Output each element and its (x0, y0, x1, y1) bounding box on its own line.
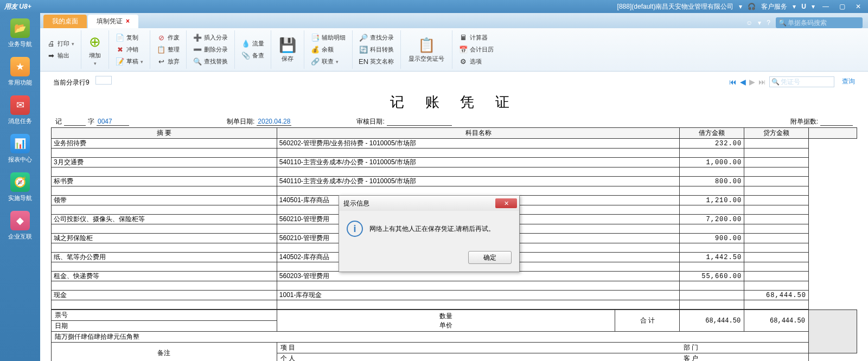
dialog-ok-button[interactable]: 确定 (468, 251, 512, 264)
cell-debit[interactable] (680, 291, 744, 300)
customer-service[interactable]: 客户服务 (761, 2, 787, 11)
u-label[interactable]: U (801, 3, 806, 10)
backup-button[interactable]: 📎备查 (239, 50, 266, 61)
cell-debit[interactable]: 7,200.00 (680, 215, 744, 224)
cell-subject[interactable]: 1001-库存现金 (277, 291, 680, 300)
cell-credit[interactable] (744, 253, 809, 262)
show-empty-button[interactable]: 📋显示空凭证号 (405, 35, 448, 65)
sidebar-item-report[interactable]: 📊报表中心 (8, 134, 32, 164)
calculator-button[interactable]: 🖩计算器 (457, 33, 496, 43)
cell-credit[interactable] (744, 215, 809, 224)
flow-button[interactable]: 💧流量 (239, 38, 266, 49)
offset-button[interactable]: ✖冲销 (113, 44, 145, 55)
cell-debit[interactable]: 1,000.00 (680, 158, 744, 167)
cell-summary[interactable]: 3月交通费 (52, 158, 277, 167)
insert-entry-button[interactable]: ➕插入分录 (191, 33, 230, 43)
arrange-button[interactable]: 📋整理 (155, 44, 182, 55)
replace-button[interactable]: 🔍查找替换 (191, 56, 230, 67)
save-button[interactable]: 💾保存 (276, 35, 299, 65)
option-button[interactable]: ⚙选项 (457, 56, 496, 67)
cell-summary[interactable]: 城之邦保险柜 (52, 234, 277, 243)
col-summary[interactable]: 摘 要 (52, 128, 277, 139)
col-debit[interactable]: 借方金额 (680, 128, 744, 139)
cell-subject[interactable]: 540110-主营业务成本/办公费 - 1010005/市场部 (277, 158, 680, 167)
cell-debit[interactable]: 232.00 (680, 139, 744, 149)
aux-detail-button[interactable]: 📑辅助明细 (309, 33, 348, 43)
service-dropdown-icon[interactable]: ▾ (793, 3, 796, 10)
copy-button[interactable]: 📄复制 (113, 33, 145, 43)
english-name-button[interactable]: EN英文名称 (357, 56, 396, 67)
cell-summary[interactable]: 现金 (52, 291, 277, 300)
headset-icon[interactable]: 🎧 (748, 3, 756, 10)
minimize-button[interactable]: — (820, 3, 831, 10)
sidebar-item-message[interactable]: ✉消息任务 (8, 95, 32, 125)
cell-summary[interactable]: 业务招待费 (52, 139, 277, 149)
doc-date[interactable]: 2020.04.28 (257, 118, 291, 126)
tab-voucher[interactable]: 填制凭证× (88, 15, 138, 28)
cell-credit[interactable] (744, 234, 809, 243)
cell-credit[interactable] (744, 272, 809, 281)
table-row[interactable]: 业务招待费560202-管理费用/业务招待费 - 1010005/市场部232.… (52, 139, 857, 149)
barcode-search-input[interactable] (776, 17, 863, 28)
cell-credit[interactable]: 68,444.50 (744, 291, 809, 300)
check-button[interactable]: 🔗联查 (309, 56, 348, 67)
tab-close-icon[interactable]: × (126, 17, 130, 25)
cell-credit[interactable] (744, 139, 809, 149)
sidebar-item-implement[interactable]: 🧭实施导航 (8, 172, 32, 202)
cell-debit[interactable]: 800.00 (680, 177, 744, 186)
sidebar-item-enterprise[interactable]: ◆企业互联 (8, 211, 32, 241)
nav-prev-icon[interactable]: ◀ (740, 78, 746, 86)
discard-button[interactable]: ↩放弃 (155, 56, 182, 67)
draft-button[interactable]: 📝草稿 (113, 56, 145, 67)
cell-summary[interactable]: 标书费 (52, 177, 277, 186)
voucher-number[interactable]: 0047 (97, 118, 129, 126)
cell-subject[interactable]: 560203-管理费用 (277, 272, 680, 281)
smiley-dropdown-icon[interactable]: ▾ (758, 19, 761, 27)
find-entry-button[interactable]: 🔎查找分录 (357, 33, 396, 43)
cell-credit[interactable] (744, 196, 809, 205)
output-button[interactable]: ➡输出 (44, 50, 76, 61)
u-dropdown-icon[interactable]: ▾ (812, 3, 815, 10)
cell-summary[interactable]: 纸、笔等办公费用 (52, 253, 277, 262)
footer-scrollbar[interactable] (808, 310, 857, 353)
cell-credit[interactable] (744, 177, 809, 186)
tab-desktop[interactable]: 我的桌面 (43, 15, 87, 28)
col-subject[interactable]: 科目名称 (277, 128, 680, 139)
table-row[interactable]: 标书费540110-主营业务成本/办公费 - 1010005/市场部800.00 (52, 177, 857, 186)
cell-debit[interactable]: 900.00 (680, 234, 744, 243)
cell-debit[interactable]: 55,660.00 (680, 272, 744, 281)
table-row[interactable]: 现金1001-库存现金68,444.50 (52, 291, 857, 300)
dialog-close-button[interactable]: ✕ (495, 198, 517, 208)
sidebar-item-nav[interactable]: 📂业务导航 (8, 18, 32, 48)
subject-convert-button[interactable]: 🔄科目转换 (357, 44, 396, 55)
help-icon[interactable]: ? (767, 19, 770, 27)
col-credit[interactable]: 贷方金额 (744, 128, 809, 139)
smiley-icon[interactable]: ☺ (746, 19, 752, 27)
print-button[interactable]: 🖨打印 (44, 38, 76, 49)
balance-button[interactable]: 💰余额 (309, 44, 348, 55)
cell-debit[interactable]: 1,210.00 (680, 196, 744, 205)
table-row[interactable]: 租金、快递费等560203-管理费用55,660.00 (52, 272, 857, 281)
delete-entry-button[interactable]: ➖删除分录 (191, 44, 230, 55)
vertical-scrollbar[interactable] (808, 128, 857, 139)
cell-summary[interactable]: 租金、快递费等 (52, 272, 277, 281)
cell-summary[interactable]: 领带 (52, 196, 277, 205)
add-button[interactable]: ⊕增加 (86, 31, 104, 68)
cell-summary[interactable]: 公司投影仪、摄像头、保险柜等 (52, 215, 277, 224)
nav-first-icon[interactable]: ⏮ (729, 78, 737, 86)
cell-subject[interactable]: 560202-管理费用/业务招待费 - 1010005/市场部 (277, 139, 680, 149)
account-dropdown-icon[interactable]: ▾ (739, 3, 742, 10)
entry-row-box[interactable] (95, 76, 112, 85)
close-button[interactable]: ✕ (853, 3, 864, 10)
cell-subject[interactable]: 540110-主营业务成本/办公费 - 1010005/市场部 (277, 177, 680, 186)
query-button[interactable]: 查询 (842, 77, 855, 86)
cell-debit[interactable]: 1,442.50 (680, 253, 744, 262)
table-row[interactable]: 3月交通费540110-主营业务成本/办公费 - 1010005/市场部1,00… (52, 158, 857, 167)
nav-last-icon[interactable]: ⏭ (758, 78, 766, 86)
cell-credit[interactable] (744, 158, 809, 167)
calendar-button[interactable]: 📅会计日历 (457, 44, 496, 55)
nav-next-icon[interactable]: ▶ (749, 78, 755, 86)
void-button[interactable]: ⊘作废 (155, 33, 182, 43)
maximize-button[interactable]: ▢ (837, 3, 847, 10)
sidebar-item-common[interactable]: ★常用功能 (8, 57, 32, 87)
